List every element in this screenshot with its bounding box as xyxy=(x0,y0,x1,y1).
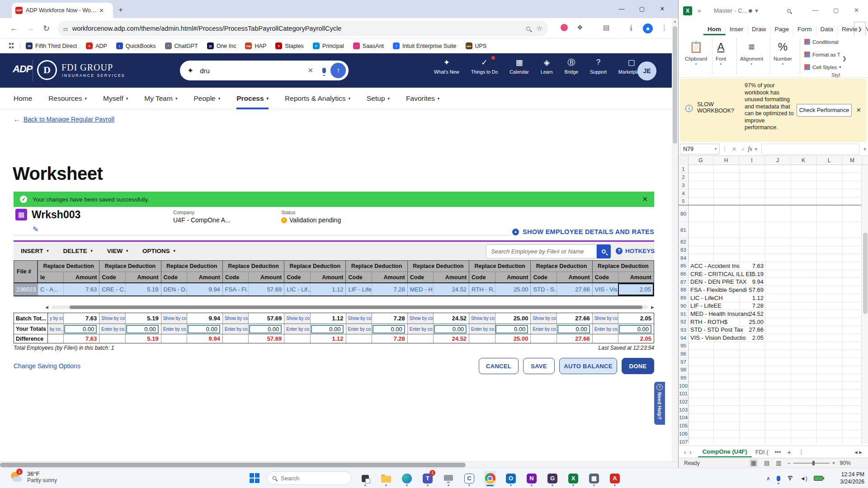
window-close-button[interactable]: ✕ xyxy=(652,0,672,17)
row-header-88[interactable]: 88 xyxy=(679,286,689,294)
employee-search-button[interactable] xyxy=(597,244,611,258)
zoom-out-icon[interactable]: − xyxy=(788,460,791,466)
bookmark-hap[interactable]: hapHAP xyxy=(245,42,266,49)
show-by-code-link[interactable]: Show by co... xyxy=(99,313,125,324)
ribbon-tab-hom[interactable]: Hom xyxy=(703,26,726,35)
volume-icon[interactable]: ◄) xyxy=(800,475,807,482)
cell-value[interactable]: 7.28 xyxy=(752,302,764,310)
column-header-l[interactable]: L xyxy=(816,156,842,165)
total-amount-cell[interactable]: 0.00 xyxy=(372,324,407,334)
your-total-input[interactable]: 0.00 xyxy=(311,325,344,333)
total-amount-cell[interactable]: 0.00 xyxy=(63,324,99,334)
scrollbar-thumb[interactable] xyxy=(673,26,677,144)
sheet-next-icon[interactable]: › xyxy=(689,449,691,455)
ribbon-tab-draw[interactable]: Draw xyxy=(748,26,771,35)
delete-menu-button[interactable]: DELETE▼ xyxy=(63,248,93,254)
table-horizontal-scrollbar[interactable]: ◀ ▶ xyxy=(45,304,654,311)
grid-row-104[interactable]: 104 xyxy=(679,414,861,422)
grid-row-100[interactable]: 100 xyxy=(679,382,861,390)
show-by-code-link[interactable]: Show by co... xyxy=(161,313,187,324)
taskbar-app-outlook[interactable]: O xyxy=(505,471,517,486)
quick-access-overflow-icon[interactable]: » xyxy=(698,7,701,14)
excel-minimize-button[interactable]: — xyxy=(812,7,818,14)
save-button[interactable]: SAVE xyxy=(523,358,555,374)
ribbon-group-alignment[interactable]: ≡ Alignment▾ xyxy=(740,38,763,66)
row-header-103[interactable]: 103 xyxy=(679,406,689,413)
conditional-formatting-button[interactable]: Conditional xyxy=(804,39,839,45)
row-header-84[interactable]: 84 xyxy=(679,254,689,262)
row-header-94[interactable]: 94 xyxy=(679,334,689,342)
search-submit-button[interactable]: ↑ xyxy=(330,63,346,78)
sheet-overflow-icon[interactable]: ••• xyxy=(775,449,781,455)
total-amount-cell[interactable]: 0.00 xyxy=(310,324,346,334)
formula-expand-icon[interactable]: ▾ xyxy=(863,146,866,152)
insert-menu-button[interactable]: INSERT▼ xyxy=(21,248,49,254)
header-item-bridge[interactable]: ⒷBridge xyxy=(565,57,578,75)
column-header-h[interactable]: H xyxy=(713,156,739,165)
name-box[interactable]: N79▾ xyxy=(680,144,720,155)
sheet-tab-other[interactable]: FDI ( xyxy=(755,449,769,455)
grid-row-2[interactable]: 2 xyxy=(679,173,861,181)
cell-label[interactable]: MED - Health Insuranc xyxy=(689,310,750,318)
ribbon-tab-inser[interactable]: Inser xyxy=(726,26,748,35)
start-button[interactable] xyxy=(250,473,259,483)
header-item-learn[interactable]: ◈Learn xyxy=(541,57,553,75)
row-header-2[interactable]: 2 xyxy=(679,173,689,181)
deduction-code-cell[interactable]: STD - S... xyxy=(530,283,556,296)
ribbon-group-number[interactable]: % Number▾ xyxy=(774,38,792,66)
row-header-101[interactable]: 101 xyxy=(679,390,689,398)
enter-by-code-link[interactable]: by co... xyxy=(48,324,63,334)
nav-item-my-team[interactable]: My Team▾ xyxy=(144,88,177,109)
row-header-85[interactable]: 85 xyxy=(679,262,689,270)
grid-row-83[interactable]: 83 xyxy=(679,246,861,254)
show-by-code-link[interactable]: Show by co... xyxy=(346,313,372,324)
row-header-91[interactable]: 91 xyxy=(679,310,689,318)
deduction-code-cell[interactable]: FSA - Fl... xyxy=(222,283,248,296)
your-total-input[interactable]: 0.00 xyxy=(619,325,651,333)
deduction-amount-cell[interactable]: 5.19 xyxy=(125,283,161,296)
grid-row-87[interactable]: 87DEN - DEN PRE TAX9.94 xyxy=(679,278,861,286)
grid-row-96[interactable]: 96 xyxy=(679,350,861,358)
your-total-input[interactable]: 0.00 xyxy=(64,325,97,333)
options-menu-button[interactable]: OPTIONS▼ xyxy=(142,248,176,254)
excel-maximize-button[interactable]: ▢ xyxy=(833,7,839,14)
view-menu-button[interactable]: VIEW▼ xyxy=(107,248,129,254)
taskbar-search[interactable] xyxy=(267,471,352,485)
excel-vertical-scrollbar[interactable] xyxy=(861,165,868,444)
header-item-support[interactable]: ?Support xyxy=(590,57,607,75)
ribbon-tab-data[interactable]: Data xyxy=(816,26,838,35)
banner-close-icon[interactable]: ✕ xyxy=(642,195,648,203)
taskbar-app-teams[interactable]: T1 xyxy=(422,471,434,486)
row-header-98[interactable]: 98 xyxy=(679,366,689,374)
grid-row-90[interactable]: 90LIF - LifeEE7.28 xyxy=(679,302,861,310)
row-header-80[interactable]: 80 xyxy=(679,206,689,221)
deduction-amount-cell[interactable]: 1.12 xyxy=(310,283,346,296)
deduction-amount-cell[interactable]: 25.00 xyxy=(495,283,531,296)
ribbon-tab-page[interactable]: Page xyxy=(771,26,794,35)
cell-label[interactable]: VIS - Vision Deductio xyxy=(689,334,746,342)
total-amount-cell[interactable]: 0.00 xyxy=(248,324,284,334)
browser-tab[interactable]: ADP ADP Workforce Now - Workshe ✕ xyxy=(12,3,113,18)
battery-icon[interactable] xyxy=(814,476,823,481)
scrollbar-thumb[interactable] xyxy=(70,305,642,309)
nav-item-setup[interactable]: Setup▾ xyxy=(367,88,390,109)
nav-item-people[interactable]: People▾ xyxy=(193,88,220,109)
wifi-icon[interactable] xyxy=(787,476,794,481)
show-by-code-link[interactable]: Show by co... xyxy=(530,313,556,324)
hotkeys-link[interactable]: ?HOTKEYS xyxy=(616,248,655,254)
cell-value[interactable]: 57.69 xyxy=(749,286,764,294)
zoom-slider[interactable] xyxy=(793,463,830,464)
deduction-code-cell[interactable]: LIF - Life... xyxy=(345,283,371,296)
row-header-95[interactable]: 95 xyxy=(679,342,689,350)
total-amount-cell[interactable]: 0.00 xyxy=(618,324,654,334)
grid-row-99[interactable]: 99 xyxy=(679,374,861,382)
back-icon[interactable]: ← xyxy=(10,23,18,33)
normal-view-icon[interactable]: ▦ xyxy=(750,459,758,467)
bookmark-principal[interactable]: PPrincipal xyxy=(313,42,344,49)
clear-search-icon[interactable]: ✕ xyxy=(307,66,313,75)
deduction-amount-cell[interactable]: 27.66 xyxy=(557,283,592,296)
row-header-82[interactable]: 82 xyxy=(679,238,689,246)
add-sheet-icon[interactable]: + xyxy=(787,448,791,456)
column-header-k[interactable]: K xyxy=(791,156,816,165)
grid-row-95[interactable]: 95 xyxy=(679,342,861,350)
